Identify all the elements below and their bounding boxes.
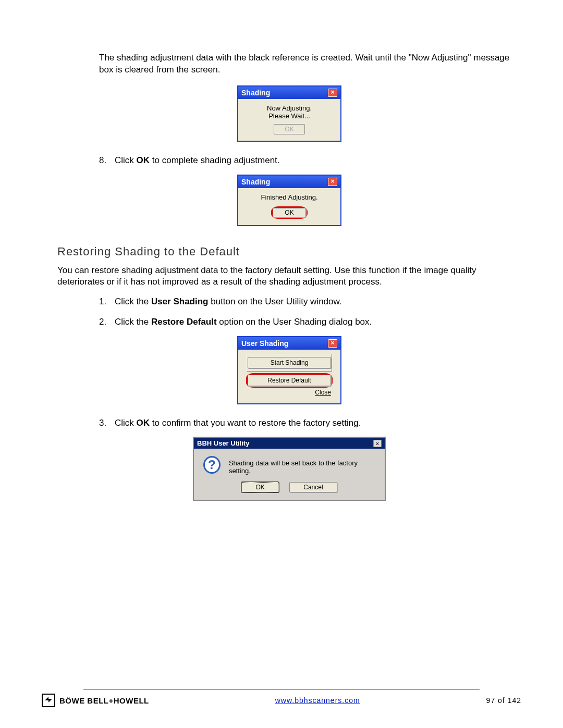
step-text-bold: Restore Default	[151, 317, 217, 327]
confirm-dialog: BBH User Utility × ? Shading data will b…	[193, 437, 386, 501]
step-number: 3.	[99, 417, 109, 430]
restore-default-button[interactable]: Restore Default	[248, 375, 331, 386]
dialog-message-line2: Please Wait...	[246, 112, 333, 120]
step-text-suffix: button on the User Utility window.	[209, 297, 342, 306]
cancel-button[interactable]: Cancel	[289, 482, 337, 492]
step-text-prefix: Click the	[115, 297, 151, 306]
brand-logo: BÖWE BELL+HOWELL	[42, 694, 149, 707]
logo-icon	[42, 694, 55, 707]
close-link[interactable]: Close	[315, 389, 331, 396]
brand-text: BÖWE BELL+HOWELL	[59, 696, 149, 705]
intro-paragraph: The shading adjustment data with the bla…	[57, 52, 521, 76]
close-icon[interactable]: ×	[328, 339, 337, 348]
section-intro: You can restore shading adjustment data …	[57, 265, 521, 289]
page-footer: BÖWE BELL+HOWELL www.bbhscanners.com 97 …	[42, 689, 521, 707]
step-text-suffix: option on the User Shading dialog box.	[217, 317, 372, 327]
question-icon: ?	[203, 456, 221, 474]
dialog-title: User Shading	[241, 339, 288, 348]
shading-finished-dialog: Shading × Finished Adjusting. OK	[237, 175, 341, 226]
shading-now-adjusting-dialog: Shading × Now Adjusting. Please Wait... …	[237, 85, 341, 142]
highlight-ring: OK	[271, 206, 307, 219]
step-text-prefix: Click	[115, 155, 137, 165]
ok-button: OK	[274, 124, 304, 134]
step-text-prefix: Click the	[115, 317, 151, 327]
dialog-title: BBH User Utility	[197, 439, 249, 447]
page-number: 97 of 142	[486, 696, 521, 705]
step-text-bold: OK	[137, 418, 150, 428]
close-icon[interactable]: ×	[328, 178, 337, 186]
section-heading: Restoring Shading to the Default	[57, 245, 521, 258]
step-3: 3. Click OK to confirm that you want to …	[99, 417, 521, 430]
step-text-bold: OK	[137, 155, 150, 165]
step-8: 8. Click OK to complete shading adjustme…	[99, 154, 521, 167]
step-text-prefix: Click	[115, 418, 137, 428]
step-2: 2. Click the Restore Default option on t…	[99, 316, 521, 329]
step-1: 1. Click the User Shading button on the …	[99, 295, 521, 309]
close-icon[interactable]: ×	[328, 89, 337, 97]
dialog-title: Shading	[241, 89, 270, 97]
dialog-message: Finished Adjusting.	[246, 193, 333, 201]
footer-url[interactable]: www.bbhscanners.com	[275, 696, 360, 705]
step-number: 2.	[99, 316, 109, 329]
highlight-ring: Restore Default	[246, 373, 333, 388]
dialog-message: Shading data will be set back to the fac…	[229, 456, 375, 475]
step-number: 1.	[99, 295, 109, 309]
step-text-suffix: to confirm that you want to restore the …	[150, 418, 361, 428]
dialog-message-line1: Now Adjusting.	[246, 104, 333, 112]
start-shading-button[interactable]: Start Shading	[248, 357, 331, 368]
step-text-bold: User Shading	[151, 297, 209, 306]
ok-button[interactable]: OK	[273, 208, 305, 217]
user-shading-dialog: User Shading × Start Shading Restore Def…	[237, 336, 341, 404]
step-number: 8.	[99, 154, 109, 167]
dialog-title: Shading	[241, 178, 270, 186]
ok-button[interactable]: OK	[241, 482, 278, 492]
step-text-suffix: to complete shading adjustment.	[150, 155, 279, 165]
close-icon[interactable]: ×	[373, 440, 382, 447]
